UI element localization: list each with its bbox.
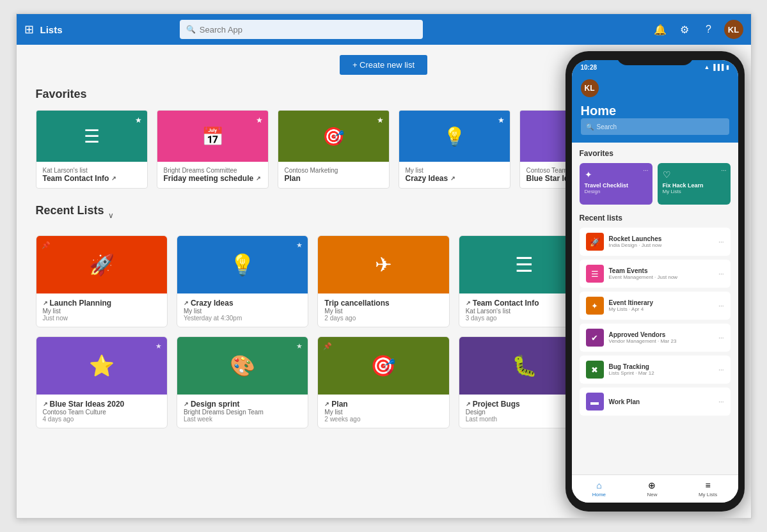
phone-fav-card-1[interactable]: ··· ✦ Travel Checklist Design	[580, 163, 652, 205]
fav-card-2-name: Friday meeting schedule ↗	[164, 174, 262, 183]
recent-card-8-icon: 🎯	[370, 354, 396, 378]
phone-search-icon: 🔍	[586, 123, 594, 130]
more-icon[interactable]: ···	[718, 366, 724, 373]
phone-recent-2-info: Team Events Event Management · Just now	[609, 267, 714, 280]
fav-card-1-icon: ☰	[84, 126, 100, 147]
recent-card-1[interactable]: 📌 🚀 ↗ Launch Planning My list Just now	[36, 235, 168, 327]
fav-card-4[interactable]: ★ 💡 My list Crazy Ideas ↗	[399, 110, 510, 189]
phone-recent-5-sub: Lists Sprint · Mar 12	[609, 370, 714, 376]
phone-recent-item-4[interactable]: ✔ Approved Vendors Vendor Management · M…	[580, 324, 731, 352]
phone-recent-title: Recent lists	[580, 214, 731, 223]
recent-card-1-body: ↗ Launch Planning My list Just now	[36, 293, 167, 327]
phone-recent-item-6[interactable]: ▬ Work Plan ···	[580, 387, 731, 416]
fav-card-1-name: Team Contact Info ↗	[43, 174, 141, 183]
phone-fav-1-sub: Design	[585, 189, 647, 194]
recent-card-3-body: Trip cancellations My list 2 days ago	[318, 293, 448, 327]
create-new-list-button[interactable]: + Create new list	[340, 55, 427, 75]
phone-nav-new-label: New	[647, 492, 657, 497]
phone-recent-4-info: Approved Vendors Vendor Management · Mar…	[609, 331, 714, 344]
link-icon: ↗	[450, 175, 455, 182]
recent-card-7-name: ↗ Design sprint	[184, 400, 301, 409]
fav-card-1-owner: Kat Larson's list	[43, 167, 141, 174]
recent-card-7-time: Last week	[184, 416, 301, 423]
star-icon: ★	[256, 116, 263, 125]
phone-recent-item-2[interactable]: ☰ Team Events Event Management · Just no…	[580, 260, 731, 288]
phone-nav-mylists-label: My Lists	[699, 492, 717, 497]
phone-recent-item-3[interactable]: ✦ Event Itinerary My Lists · Apr 4 ···	[580, 292, 731, 320]
phone-recent-3-name: Event Itinerary	[609, 299, 714, 306]
app-container: ⊞ Lists 🔍 🔔 ⚙ ? KL + Create new list Fav…	[16, 13, 752, 519]
signal-icon: ▐▐▐	[711, 64, 724, 70]
link-icon-sm: ↗	[466, 300, 471, 306]
recent-card-8[interactable]: 📌 🎯 ↗ Plan My list 2 weeks ago	[317, 336, 449, 428]
phone-screen: 10:28 ▲ ▐▐▐ ▮ KL Home 🔍	[572, 60, 738, 503]
star-icon: ★	[377, 116, 384, 125]
recent-card-2-icon: 💡	[230, 253, 255, 277]
more-icon[interactable]: ···	[718, 334, 724, 341]
chevron-down-icon[interactable]: ∨	[108, 211, 114, 220]
link-icon-sm: ↗	[466, 401, 471, 407]
recent-card-7-icon: 🎨	[230, 354, 255, 378]
phone-fav-1-icon: ✦	[585, 169, 647, 180]
recent-card-2-owner: My list	[184, 308, 301, 315]
more-icon[interactable]: ···	[718, 398, 724, 405]
grid-icon[interactable]: ⊞	[24, 22, 34, 36]
star-icon: ★	[135, 116, 142, 125]
phone-nav-home[interactable]: ⌂ Home	[592, 480, 606, 497]
phone-fav-row: ··· ✦ Travel Checklist Design ··· ♡ Fix …	[580, 163, 731, 205]
recent-card-1-time: Just now	[43, 315, 161, 322]
recent-card-4-icon: ☰	[515, 253, 534, 277]
more-icon[interactable]: ···	[718, 302, 724, 309]
recent-card-3-owner: My list	[324, 308, 442, 315]
pin-icon: 📌	[323, 342, 332, 350]
link-icon-sm: ↗	[324, 401, 329, 407]
recent-card-6[interactable]: ★ ⭐ ↗ Blue Star Ideas 2020 Contoso Team …	[36, 336, 168, 428]
top-nav: ⊞ Lists 🔍 🔔 ⚙ ? KL	[17, 14, 751, 45]
phone-nav-new[interactable]: ⊕ New	[647, 480, 657, 497]
fav-card-4-header: ★ 💡	[399, 111, 510, 162]
avatar[interactable]: KL	[724, 20, 743, 39]
recent-card-3-icon: ✈	[375, 253, 392, 277]
phone-nav-mylists[interactable]: ≡ My Lists	[699, 480, 717, 497]
add-icon: ⊕	[648, 480, 656, 490]
fav-card-3[interactable]: ★ 🎯 Contoso Marketing Plan	[278, 110, 390, 189]
wifi-icon: ▲	[704, 64, 709, 70]
fav-card-4-owner: My list	[406, 167, 503, 174]
fav-card-3-name: Plan	[285, 174, 383, 183]
notification-icon[interactable]: 🔔	[651, 20, 669, 38]
help-icon[interactable]: ?	[700, 20, 718, 38]
recent-card-3-name: Trip cancellations	[324, 299, 442, 308]
phone-recent-item-5[interactable]: ✖ Bug Tracking Lists Sprint · Mar 12 ···	[580, 356, 731, 384]
search-bar[interactable]: 🔍	[180, 20, 423, 39]
recent-card-3[interactable]: ✈ Trip cancellations My list 2 days ago	[317, 235, 449, 327]
fav-card-2-owner: Bright Dreams Committee	[164, 167, 262, 174]
recent-card-6-header: ★ ⭐	[36, 337, 167, 395]
search-input[interactable]	[200, 25, 416, 35]
star-icon: ★	[296, 241, 303, 249]
recent-card-1-header: 📌 🚀	[36, 236, 167, 293]
recent-card-9-icon: 🐛	[512, 354, 537, 378]
phone-search-bar[interactable]: 🔍 Search	[581, 118, 729, 135]
phone-recent-item-1[interactable]: 🚀 Rocket Launches India Design · Just no…	[580, 228, 731, 256]
more-icon[interactable]: ···	[721, 167, 726, 174]
link-icon-sm: ↗	[184, 300, 189, 306]
recent-card-6-time: 4 days ago	[43, 416, 161, 423]
recent-card-2[interactable]: ★ 💡 ↗ Crazy Ideas My list Yesterday at 4…	[177, 235, 308, 327]
phone-recent-1-icon: 🚀	[586, 233, 604, 251]
recent-card-7[interactable]: ★ 🎨 ↗ Design sprint Bright Dreams Design…	[177, 336, 308, 428]
more-icon[interactable]: ···	[643, 167, 648, 174]
phone-bottom-nav: ⌂ Home ⊕ New ≡ My Lists	[572, 474, 738, 503]
settings-icon[interactable]: ⚙	[676, 20, 693, 38]
recent-card-8-time: 2 weeks ago	[324, 416, 442, 423]
more-icon[interactable]: ···	[718, 239, 724, 246]
more-icon[interactable]: ···	[718, 270, 724, 278]
fav-card-3-header: ★ 🎯	[278, 111, 389, 162]
phone-frame: 10:28 ▲ ▐▐▐ ▮ KL Home 🔍	[565, 51, 745, 512]
fav-card-4-body: My list Crazy Ideas ↗	[399, 162, 510, 188]
phone-recent-3-icon: ✦	[586, 297, 604, 315]
fav-card-2[interactable]: ★ 📅 Bright Dreams Committee Friday meeti…	[157, 110, 269, 189]
fav-card-1-header: ★ ☰	[36, 111, 147, 162]
fav-card-3-icon: 🎯	[322, 126, 345, 147]
phone-fav-card-2[interactable]: ··· ♡ Fix Hack Learn My Lists	[658, 163, 731, 205]
fav-card-1[interactable]: ★ ☰ Kat Larson's list Team Contact Info …	[36, 110, 148, 189]
